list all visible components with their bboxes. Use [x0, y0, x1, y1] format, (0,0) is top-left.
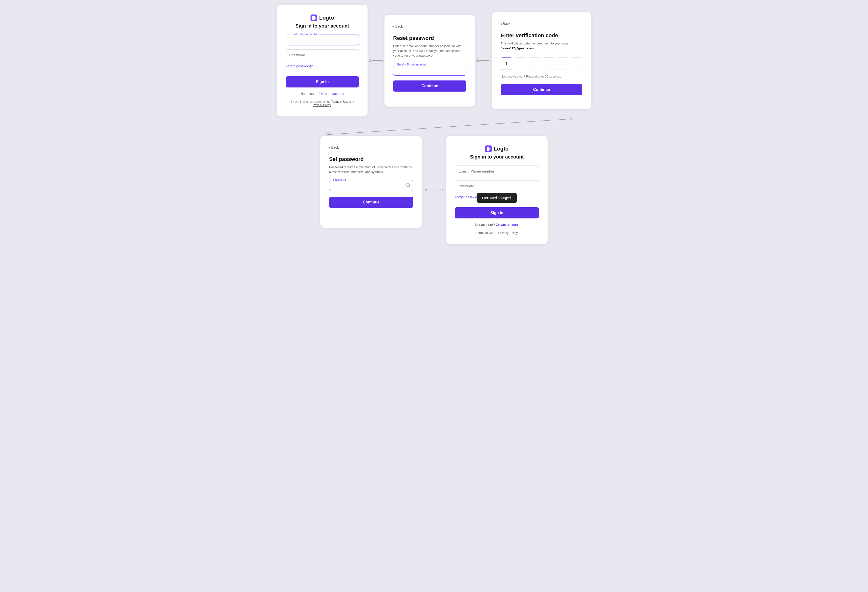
logo-area: Logto Sign in to your account [286, 15, 359, 29]
connector-svg [277, 117, 591, 136]
arrow-circle-2 [477, 59, 479, 62]
back-chevron-2: ‹ [393, 24, 394, 28]
email-field-group-1: Email / Phone number [286, 35, 359, 46]
logto-icon [310, 15, 317, 21]
arrow-1-2: › [368, 58, 384, 63]
continue-button-2[interactable]: Continue [393, 80, 466, 92]
no-account-5: Not account? Create account [455, 223, 539, 227]
code-box-5[interactable] [557, 57, 568, 70]
logto-icon-5 [485, 145, 492, 152]
arrow-line-4 [428, 190, 442, 190]
code-box-6[interactable] [571, 57, 582, 70]
password-input-5[interactable] [455, 180, 539, 191]
back-chevron-3: ‹ [501, 22, 502, 26]
email-label-1: Email / Phone number [289, 32, 319, 36]
create-account-link-5[interactable]: Create account [496, 223, 519, 227]
eye-icon-4[interactable] [405, 182, 410, 189]
code-box-3[interactable] [529, 57, 540, 70]
continue-button-4[interactable]: Continue [329, 197, 413, 208]
code-box-4[interactable] [543, 57, 554, 70]
svg-rect-1 [312, 16, 314, 20]
password-field-wrapper-4: Password [329, 180, 413, 191]
password-input-1[interactable] [286, 50, 359, 60]
resend-text: Not received yet? Resend after 59 second… [501, 75, 582, 78]
svg-rect-7 [487, 147, 489, 151]
logo-row-5: Logto [485, 145, 508, 152]
terms-of-use-link-5[interactable]: Terms of Use [476, 231, 495, 235]
privacy-policy-link-5[interactable]: Privacy Policy [498, 231, 518, 235]
create-account-link-1[interactable]: Create account [321, 92, 344, 96]
arrow-circle-4 [425, 189, 427, 191]
arrow-head-4: › [442, 187, 443, 193]
terms-of-use-link-1[interactable]: Terms of Use [331, 100, 348, 103]
svg-rect-8 [489, 148, 490, 150]
set-password-subtitle: Password requires a minimum of 8 charact… [329, 165, 413, 174]
forgot-password-link-1[interactable]: Forgot password? [286, 64, 313, 68]
password-field-group-4: Password [329, 180, 413, 191]
reset-password-subtitle: Enter the email or phone number associat… [393, 44, 466, 58]
password-label-4: Password [332, 178, 347, 182]
verify-code-card: ‹ Back Enter verification code The verif… [492, 12, 591, 109]
logo-row: Logto [310, 15, 334, 21]
code-box-2[interactable] [515, 57, 526, 70]
set-password-title: Set password [329, 156, 413, 162]
verify-email: Jason012@gmail.com [501, 46, 534, 50]
forgot-password-link-5[interactable]: Forgot password? [455, 195, 482, 199]
email-input-5[interactable] [455, 166, 539, 176]
password-field-wrapper-1 [286, 49, 359, 60]
email-field-wrapper-2: Email / Phone number [393, 65, 466, 75]
logo-area-5: Logto Sign in to your account [455, 145, 539, 160]
password-input-4[interactable] [329, 180, 413, 190]
email-field-group-5 [455, 165, 539, 176]
logo-text-5: Logto [494, 146, 508, 152]
signin-card-2: Logto Sign in to your account Forgot pas… [446, 136, 548, 244]
password-field-group-5 [455, 180, 539, 191]
arrow-line-2 [480, 61, 489, 61]
signin-card-1: Logto Sign in to your account Email / Ph… [277, 5, 368, 117]
privacy-policy-link-1[interactable]: Privacy Policy [313, 103, 331, 107]
verify-code-title: Enter verification code [501, 32, 582, 39]
sign-in-button-1[interactable]: Sign in [286, 76, 359, 87]
email-field-wrapper-5 [455, 165, 539, 176]
password-changed-toast: Password changed! [477, 193, 517, 203]
sign-in-button-5[interactable]: Sign in [455, 207, 539, 218]
reset-password-card: ‹ Back Reset password Enter the email or… [384, 15, 475, 106]
set-password-card: ‹ Back Set password Password requires a … [320, 136, 422, 227]
arrow-2-3: › [475, 58, 492, 63]
arrow-circle-1 [369, 59, 371, 62]
back-chevron-4: ‹ [329, 145, 330, 149]
forgot-pw-area-5: Forgot password? Password changed! [455, 195, 539, 204]
arrow-head-2: › [489, 58, 490, 63]
email-input-1[interactable] [286, 35, 359, 45]
email-label-2: Email / Phone number [396, 63, 427, 66]
password-field-wrapper-5 [455, 180, 539, 191]
reset-password-title: Reset password [393, 35, 466, 41]
logo-text: Logto [319, 15, 334, 21]
bottom-row: ‹ Back Set password Password requires a … [277, 136, 591, 244]
back-link-3[interactable]: ‹ Back [501, 22, 582, 26]
arrow-head-1: › [382, 58, 383, 63]
arrow-4-5: › [422, 187, 446, 193]
continue-button-3[interactable]: Continue [501, 84, 582, 95]
connector-area [277, 117, 591, 136]
page-title-1: Sign in to your account [295, 23, 349, 29]
svg-line-3 [328, 119, 572, 134]
code-inputs [501, 57, 582, 70]
svg-rect-2 [315, 17, 316, 19]
page-title-5: Sign in to your account [470, 154, 524, 160]
back-link-2[interactable]: ‹ Back [393, 24, 466, 28]
email-field-group-2: Email / Phone number [393, 65, 466, 75]
terms-footer-5: Terms of Use Privacy Policy [455, 231, 539, 235]
back-link-4[interactable]: ‹ Back [329, 145, 413, 149]
terms-text-1: By continuing, you agree to the Terms of… [286, 100, 359, 107]
password-field-group-1 [286, 49, 359, 60]
verify-subtitle: The verification code has been sent to y… [501, 41, 582, 50]
arrow-line-1 [372, 61, 382, 61]
email-input-2[interactable] [393, 65, 466, 75]
no-account-1: Not account? Create account [286, 92, 359, 96]
code-box-1[interactable] [501, 57, 512, 70]
email-field-wrapper-1: Email / Phone number [286, 35, 359, 46]
